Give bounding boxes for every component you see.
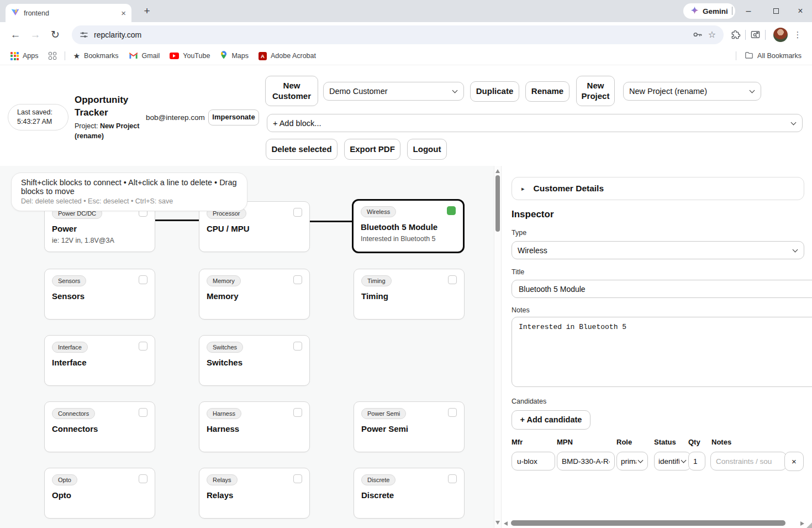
block-checkbox[interactable] [139,474,147,483]
logout-button[interactable]: Logout [407,139,447,160]
add-candidate-button[interactable]: + Add candidate [512,410,590,430]
title-input[interactable] [512,280,812,298]
scroll-down-arrow[interactable] [495,521,500,525]
block-tag: Memory [207,275,241,286]
block-connectors[interactable]: Connectors Connectors [44,401,155,452]
forward-button[interactable]: → [25,25,45,45]
scroll-right-arrow[interactable] [800,521,804,526]
block-checkbox[interactable] [293,342,302,351]
connection-line[interactable] [310,221,352,222]
all-bookmarks-button[interactable]: All Bookmarks [740,49,806,62]
status-select-value: identified [658,457,679,466]
remove-candidate-button[interactable]: × [784,452,804,471]
scroll-up-arrow[interactable] [495,169,500,173]
canvas-vertical-scrollbar[interactable] [494,166,501,528]
candidate-qty-input[interactable] [688,452,705,471]
block-title: Opto [52,490,147,500]
column-header-mfr: Mfr [512,438,523,446]
url-text[interactable]: repclarity.com [94,30,687,39]
block-relays[interactable]: Relays Relays [199,468,310,519]
block-harness[interactable]: Harness Harness [199,401,310,452]
extensions-puzzle-icon[interactable] [730,29,741,40]
new-customer-button[interactable]: New Customer [265,76,318,106]
panel-horizontal-scrollbar[interactable] [504,520,809,527]
horizontal-scroll-thumb[interactable] [511,520,785,526]
site-info-icon[interactable] [80,30,88,39]
bookmark-star-icon[interactable]: ☆ [708,29,716,40]
gemini-button[interactable]: Gemini [683,3,735,19]
browser-toolbar: ← → ↻ repclarity.com ☆ ⋮ [0,22,812,47]
block-checkbox[interactable] [448,474,457,483]
block-checkbox[interactable] [293,474,302,483]
block-checkbox[interactable] [293,408,302,417]
candidates-label: Candidates [512,398,546,405]
block-checkbox[interactable] [139,342,147,351]
delete-selected-button[interactable]: Delete selected [266,139,338,160]
block-tag: Harness [207,408,241,419]
vertical-scroll-thumb[interactable] [495,175,500,232]
customer-select[interactable]: Demo Customer [323,82,464,101]
block-checkbox[interactable] [293,275,302,284]
bookmark-gmail[interactable]: Gmail [124,49,165,62]
tab-close-icon[interactable]: × [121,9,126,17]
block-checkbox[interactable] [139,408,147,417]
browser-tab[interactable]: frontend × [6,4,131,22]
bookmark-grid-shortcut[interactable] [44,49,61,62]
block-bluetooth-module-selected[interactable]: Wireless Bluetooth 5 Module Interested i… [352,199,465,253]
notes-textarea[interactable]: Interested in Bluetooth 5 [512,317,812,387]
canvas-hint: Shift+click blocks to connect • Alt+clic… [11,172,247,211]
block-timing[interactable]: Timing Timing [354,269,465,320]
impersonate-button[interactable]: Impersonate [208,109,259,126]
bookmark-acrobat[interactable]: A Adobe Acrobat [254,49,321,62]
add-block-select[interactable]: + Add block... [267,114,803,132]
profile-avatar[interactable] [773,28,788,42]
side-panel-search-icon[interactable] [750,29,761,40]
block-opto[interactable]: Opto Opto [44,468,155,519]
project-select[interactable]: New Project (rename) [623,82,761,101]
block-checkbox[interactable] [139,275,147,284]
new-tab-button[interactable]: + [140,4,154,18]
window-maximize-button[interactable] [768,3,784,19]
bookmark-bookmarks-folder[interactable]: ★ Bookmarks [68,49,124,62]
candidate-status-select[interactable]: identified [654,452,691,471]
block-memory[interactable]: Memory Memory [199,269,310,320]
bookmark-apps[interactable]: Apps [6,49,44,62]
resize-corner-grip[interactable] [806,522,812,528]
block-checkbox[interactable] [448,275,457,284]
export-pdf-button[interactable]: Export PDF [344,139,400,160]
scroll-left-arrow[interactable] [504,521,508,526]
candidate-role-select[interactable]: primary [616,452,648,471]
chevron-down-icon [791,119,797,125]
type-select[interactable]: Wireless [512,241,804,259]
customer-details-toggle[interactable]: ▸ Customer Details [512,177,804,200]
bookmark-youtube[interactable]: YouTube [165,49,215,62]
block-switches[interactable]: Switches Switches [199,335,310,386]
duplicate-button[interactable]: Duplicate [470,81,519,102]
block-checkbox[interactable] [448,408,457,417]
candidate-mfr-input[interactable] [512,452,555,471]
user-email: bob@interep.com [146,113,205,122]
window-close-button[interactable]: × [792,3,809,19]
block-tag: Connectors [52,408,95,419]
candidate-mpn-input[interactable] [557,452,615,471]
block-interface[interactable]: Interface Interface [44,335,155,386]
password-key-icon[interactable] [692,29,703,40]
block-discrete[interactable]: Discrete Discrete [354,468,465,519]
diagram-canvas[interactable]: Shift+click blocks to connect • Alt+clic… [0,166,494,528]
block-checkbox[interactable] [293,208,302,217]
last-saved-time: 5:43:27 AM [17,117,68,127]
block-checkbox-checked[interactable] [447,206,456,215]
bookmark-maps[interactable]: Maps [215,49,254,62]
block-power-semi[interactable]: Power Semi Power Semi [354,401,465,452]
reload-button[interactable]: ↻ [45,25,65,45]
browser-menu-kebab-icon[interactable]: ⋮ [791,28,804,41]
rename-button[interactable]: Rename [525,81,570,102]
connection-line[interactable] [155,219,199,221]
window-minimize-button[interactable]: – [740,3,757,19]
back-button[interactable]: ← [6,25,25,45]
address-bar[interactable]: repclarity.com ☆ [72,25,724,44]
candidate-notes-input[interactable] [710,452,787,471]
new-project-button[interactable]: New Project [576,76,615,106]
project-line: Project: New Project (rename) [75,122,141,141]
block-sensors[interactable]: Sensors Sensors [44,269,155,320]
